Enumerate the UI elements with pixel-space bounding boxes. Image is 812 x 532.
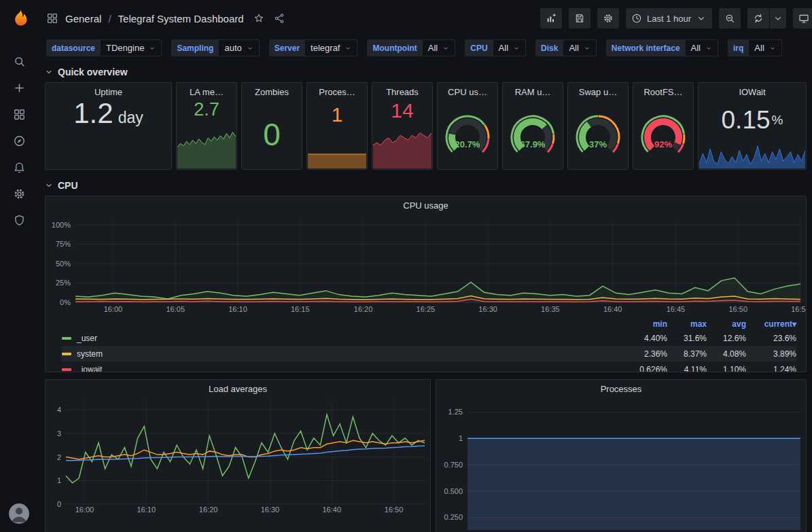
gauge: 92% [633, 101, 693, 169]
star-icon[interactable] [253, 13, 264, 24]
variable-label[interactable]: irq [728, 39, 749, 56]
template-variable[interactable]: Mountpoint All [367, 39, 455, 56]
chevron-down-icon [442, 45, 449, 52]
panel-processes-chart: Processes 0.2500.5000.75011.25 [436, 379, 807, 532]
variable-label[interactable]: CPU [465, 39, 493, 56]
variable-label[interactable]: Sampling [171, 39, 219, 56]
bottom-panels-row: Load averages 0123416:0016:1016:2016:301… [45, 379, 807, 532]
template-variable[interactable]: irq All [728, 39, 782, 56]
svg-text:16:35: 16:35 [541, 305, 560, 313]
svg-text:16:30: 16:30 [478, 305, 497, 313]
variable-value-dropdown[interactable]: All [563, 39, 596, 56]
template-variable[interactable]: Disk All [535, 39, 597, 56]
processes-chart[interactable]: 0.2500.5000.75011.25 [436, 397, 806, 532]
panel-cpu-usage: CPU usage 0%25%50%75%100%16:0016:0516:10… [45, 196, 807, 372]
panel-title[interactable]: CPU usage [46, 196, 806, 214]
template-variable[interactable]: Server telegraf [269, 39, 358, 56]
variable-value: auto [224, 43, 241, 53]
breadcrumb-section[interactable]: General [65, 13, 101, 24]
cpu-usage-chart[interactable]: 0%25%50%75%100%16:0016:0516:1016:1516:20… [46, 214, 806, 316]
legend-column-avg[interactable]: avg [707, 319, 746, 329]
variable-value-dropdown[interactable]: All [493, 39, 526, 56]
variable-label[interactable]: Mountpoint [367, 39, 422, 56]
refresh-button[interactable] [747, 8, 769, 29]
legend-column-max[interactable]: max [667, 319, 707, 329]
panel-processes-stat: Proces… 1 [306, 82, 368, 170]
panel-title[interactable]: Zombies [242, 83, 302, 101]
save-dashboard-button[interactable] [569, 8, 590, 29]
shield-icon [13, 214, 26, 227]
panel-title[interactable]: Proces… [307, 83, 367, 101]
share-icon[interactable] [274, 13, 285, 24]
template-variable[interactable]: CPU All [465, 39, 526, 56]
panel-title[interactable]: Load averages [46, 380, 430, 397]
variable-value-dropdown[interactable]: All [749, 39, 781, 56]
template-variable[interactable]: datasource TDengine [46, 39, 162, 56]
navbar-actions: Last 1 hour [540, 8, 812, 29]
row-title: CPU [58, 180, 78, 191]
panel-title[interactable]: RootFS… [633, 83, 693, 101]
panel-title[interactable]: IOWait [699, 83, 806, 101]
variable-value-dropdown[interactable]: auto [219, 39, 259, 56]
legend-current: 23.6% [746, 334, 796, 343]
svg-text:0.750: 0.750 [444, 461, 463, 469]
series-color-swatch [62, 353, 71, 355]
user-avatar[interactable] [9, 503, 29, 524]
sidebar-item-dashboards[interactable] [0, 101, 38, 128]
legend-row: _iowait 0.626% 4.11% 1.10% 1.24% [62, 361, 796, 372]
add-panel-button[interactable] [540, 8, 562, 29]
variable-label[interactable]: Server [269, 39, 305, 56]
series-name[interactable]: _user [77, 334, 97, 343]
legend-column-min[interactable]: min [628, 319, 667, 329]
svg-text:16:40: 16:40 [322, 506, 341, 514]
dashboard-settings-button[interactable] [597, 8, 619, 29]
template-variable[interactable]: Network interface All [606, 39, 718, 56]
variable-label[interactable]: Disk [535, 39, 563, 56]
panel-title[interactable]: Processes [436, 380, 806, 397]
zoom-out-time-button[interactable] [719, 8, 741, 29]
sidebar-item-create[interactable] [0, 75, 38, 101]
stat-value-group: 0.15 % [699, 99, 806, 141]
breadcrumb: General / Telegraf System Dashboard [46, 12, 285, 24]
tv-mode-button[interactable] [793, 8, 812, 29]
grafana-logo-icon[interactable] [8, 7, 31, 29]
panel-title[interactable]: Threads [372, 83, 432, 101]
legend-column-current[interactable]: current▾ [746, 319, 796, 329]
panel-title[interactable]: CPU us… [438, 83, 497, 101]
sidebar-item-configuration[interactable] [0, 181, 38, 207]
sidebar-item-alerting[interactable] [0, 154, 38, 181]
legend-min: 0.626% [628, 365, 667, 373]
legend-max: 8.37% [667, 349, 707, 359]
template-variable[interactable]: Sampling auto [171, 39, 259, 56]
legend-rows: _user 4.40% 31.6% 12.6% 23.6% system 2.3… [62, 330, 796, 372]
row-header-cpu[interactable]: CPU [45, 177, 807, 194]
variable-label[interactable]: Network interface [606, 39, 686, 56]
series-name[interactable]: system [77, 349, 103, 359]
time-range-picker[interactable]: Last 1 hour [626, 8, 712, 29]
load-averages-chart[interactable]: 0123416:0016:1016:2016:3016:4016:50 [46, 397, 430, 516]
variable-label[interactable]: datasource [46, 39, 101, 56]
gauge-panel: CPU us… 20.7% [437, 82, 498, 170]
row-header-quick-overview[interactable]: Quick overview [45, 63, 807, 81]
svg-text:3: 3 [57, 429, 61, 438]
sidebar-item-explore[interactable] [0, 128, 38, 154]
variable-value-dropdown[interactable]: All [686, 39, 718, 56]
sidebar-item-server-admin[interactable] [0, 207, 38, 234]
svg-text:20.7%: 20.7% [455, 139, 480, 149]
sparkline [373, 129, 431, 169]
panel-title[interactable]: Swap u… [568, 83, 628, 101]
panel-iowait: IOWait 0.15 % [698, 82, 807, 170]
refresh-interval-caret[interactable] [770, 8, 786, 29]
variable-value-dropdown[interactable]: All [423, 39, 455, 56]
series-name[interactable]: _iowait [77, 365, 102, 373]
template-variables-row: datasource TDengine Sampling auto Server… [38, 37, 812, 63]
dashboards-grid-icon [13, 108, 26, 121]
refresh-icon [753, 13, 764, 24]
variable-value-dropdown[interactable]: TDengine [101, 39, 162, 56]
chevron-down-icon [705, 45, 712, 52]
panel-title[interactable]: LA me… [177, 83, 236, 101]
sidebar-item-search[interactable] [0, 48, 38, 75]
panel-title[interactable]: RAM u… [503, 83, 563, 101]
variable-value-dropdown[interactable]: telegraf [305, 39, 357, 56]
panel-threads: Threads 14 [372, 82, 433, 170]
